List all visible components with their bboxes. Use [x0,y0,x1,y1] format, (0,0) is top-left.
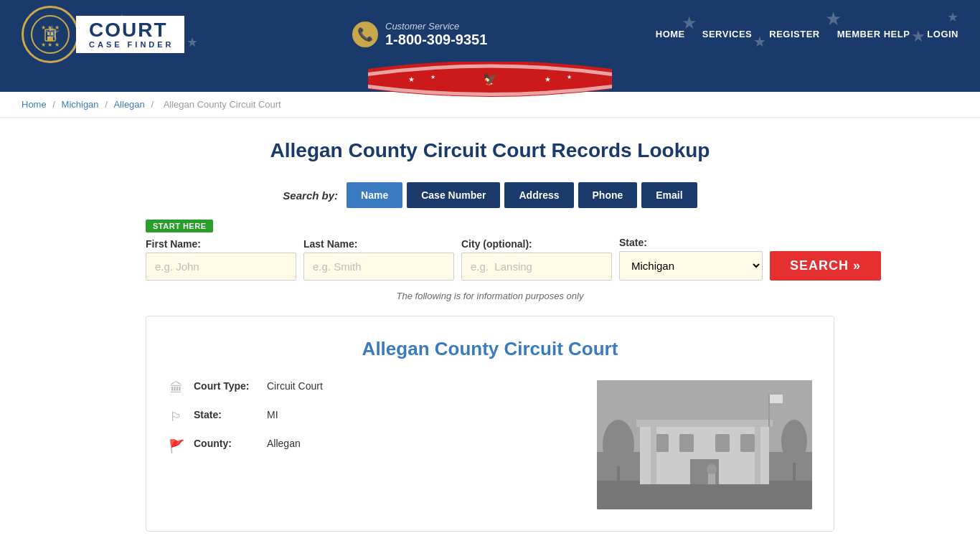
svg-rect-27 [679,434,694,452]
svg-text:★: ★ [947,10,958,24]
svg-rect-36 [617,466,620,484]
svg-rect-12 [51,32,53,35]
cs-info: Customer Service 1-800-309-9351 [385,21,487,48]
logo-text: COURT CASE FINDER [76,16,184,53]
svg-rect-23 [597,481,812,509]
search-tabs-row: Search by: Name Case Number Address Phon… [146,182,834,208]
svg-rect-25 [636,420,773,427]
court-card-title: Allegan County Circuit Court [168,338,812,360]
first-name-group: First Name: [146,238,296,281]
svg-rect-31 [651,423,656,484]
cs-phone: 1-800-309-9351 [385,32,487,48]
first-name-label: First Name: [146,238,296,250]
tab-phone[interactable]: Phone [578,182,638,208]
city-label: City (optional): [461,238,612,250]
logo-case-finder-text: CASE FINDER [89,40,174,49]
city-input[interactable] [461,253,612,281]
breadcrumb-home[interactable]: Home [22,99,47,110]
site-header: ★ ★ ★ ★ ★ ★ ★ ★ ★ ★ ★ ★ ★ ★ COURT CASE F… [0,0,980,69]
svg-text:★: ★ [430,74,435,80]
breadcrumb-sep-3: / [151,99,156,110]
county-row: 🚩 County: Allegan [168,438,575,454]
building-icon: 🏛 [168,381,185,396]
svg-text:★: ★ [187,35,198,50]
breadcrumb-current: Allegan County Circuit Court [164,99,281,110]
header-ribbon: 🦅 ★ ★ ★ ★ [0,69,980,92]
svg-rect-11 [47,32,50,35]
flag-icon: 🏳 [168,410,185,425]
last-name-label: Last Name: [303,238,454,250]
building-svg [597,380,812,509]
nav-login[interactable]: LOGIN [927,29,958,41]
page-title: Allegan County Circuit Court Records Loo… [146,139,834,162]
breadcrumb-sep-1: / [52,99,57,110]
state-detail-value: MI [267,409,278,420]
breadcrumb-michigan[interactable]: Michigan [62,99,99,110]
svg-text:🦅: 🦅 [483,72,497,86]
state-select[interactable]: Michigan Alabama Alaska Arizona Arkansas… [619,251,763,281]
customer-service: 📞 Customer Service 1-800-309-9351 [352,21,487,48]
phone-icon: 📞 [352,22,378,47]
county-label: County: [194,438,258,449]
court-type-label: Court Type: [194,380,258,392]
logo-circle: ★ ★ ★ ★ ★ ★ [22,6,79,63]
logo-court-text: COURT [89,20,168,40]
breadcrumb-sep-2: / [105,99,110,110]
nav-member-help[interactable]: MEMBER HELP [837,29,910,41]
nav-register[interactable]: REGISTER [769,29,819,41]
tab-case-number[interactable]: Case Number [407,182,500,208]
svg-text:★: ★ [567,74,572,80]
search-form-area: START HERE First Name: Last Name: City (… [146,220,834,281]
ribbon-svg: 🦅 ★ ★ ★ ★ [368,62,612,99]
state-detail-label: State: [194,409,258,420]
county-value: Allegan [267,438,301,449]
svg-text:★: ★ [408,75,415,83]
svg-point-40 [707,464,717,474]
court-type-row: 🏛 Court Type: Circuit Court [168,380,575,396]
svg-rect-13 [47,37,53,41]
svg-text:★: ★ [825,8,842,29]
start-here-badge: START HERE [146,220,213,232]
court-card-body: 🏛 Court Type: Circuit Court 🏳 State: MI … [168,380,812,509]
tab-name[interactable]: Name [347,182,402,208]
city-group: City (optional): [461,238,612,281]
nav-home[interactable]: HOME [656,29,685,41]
info-note: The following is for information purpose… [146,291,834,301]
svg-rect-38 [793,463,796,481]
court-building-image [597,380,812,509]
svg-rect-29 [740,434,755,452]
search-button[interactable]: SEARCH » [770,251,881,281]
map-icon: 🚩 [168,438,185,454]
main-nav: HOME SERVICES REGISTER MEMBER HELP LOGIN [656,29,958,41]
first-name-input[interactable] [146,253,296,281]
court-type-value: Circuit Court [267,380,323,392]
svg-rect-34 [770,395,783,403]
nav-services[interactable]: SERVICES [702,29,753,41]
svg-point-37 [781,420,807,463]
main-content: Allegan County Circuit Court Records Loo… [131,118,849,546]
state-group: State: Michigan Alabama Alaska Arizona A… [619,237,763,281]
svg-rect-28 [715,434,730,452]
svg-rect-32 [755,423,760,484]
tab-address[interactable]: Address [504,182,573,208]
tab-email[interactable]: Email [641,182,697,208]
search-by-label: Search by: [283,189,338,202]
state-row: 🏳 State: MI [168,409,575,425]
state-label: State: [619,237,763,248]
court-details: 🏛 Court Type: Circuit Court 🏳 State: MI … [168,380,575,509]
court-card: Allegan County Circuit Court 🏛 Court Typ… [146,316,834,532]
cs-label: Customer Service [385,21,487,32]
search-form-row: First Name: Last Name: City (optional): … [146,237,834,281]
logo[interactable]: ★ ★ ★ ★ ★ ★ COURT CASE FINDER [22,6,184,63]
last-name-input[interactable] [303,253,454,281]
svg-text:★ ★ ★: ★ ★ ★ [41,42,59,48]
breadcrumb-allegan[interactable]: Allegan [113,99,144,110]
svg-point-35 [603,420,634,470]
last-name-group: Last Name: [303,238,454,281]
svg-text:★: ★ [545,75,551,83]
